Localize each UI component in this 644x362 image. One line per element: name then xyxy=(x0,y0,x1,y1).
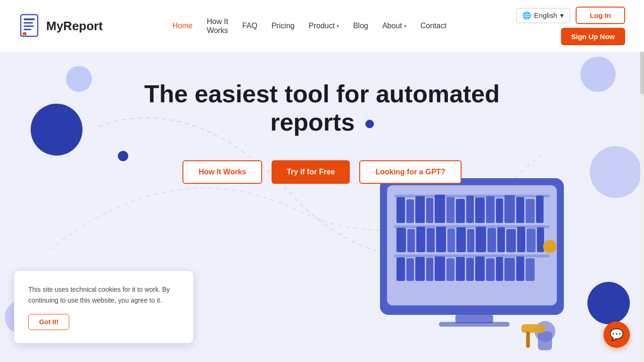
nav-about[interactable]: About ▾ xyxy=(377,18,412,34)
svg-rect-13 xyxy=(426,198,433,223)
cookie-banner: This site uses technical cookies for it … xyxy=(14,271,193,343)
nav-home[interactable]: Home xyxy=(167,18,198,34)
svg-rect-43 xyxy=(406,258,414,281)
svg-rect-31 xyxy=(447,229,455,252)
cookie-text: This site uses technical cookies for it … xyxy=(28,284,179,305)
nav-product[interactable]: Product ▾ xyxy=(303,18,345,34)
try-free-button[interactable]: Try if for Free xyxy=(272,160,350,184)
hero-title-dot xyxy=(365,120,374,128)
signup-button[interactable]: Sign Up Now xyxy=(561,28,626,45)
decor-circle-blue-large xyxy=(31,104,83,156)
svg-rect-51 xyxy=(486,258,495,281)
svg-rect-54 xyxy=(516,256,524,281)
language-flag: 🌐 xyxy=(522,11,531,20)
language-selector[interactable]: 🌐 English ▾ xyxy=(516,8,570,23)
svg-rect-15 xyxy=(446,197,454,223)
svg-rect-47 xyxy=(446,258,454,281)
svg-rect-18 xyxy=(475,197,485,223)
logo-link[interactable]: a MyReport xyxy=(19,14,103,38)
svg-rect-22 xyxy=(516,197,524,223)
svg-rect-4 xyxy=(24,29,31,30)
decor-circle-light-right-1 xyxy=(580,57,616,92)
svg-rect-46 xyxy=(435,256,445,281)
svg-rect-30 xyxy=(436,227,446,252)
svg-rect-60 xyxy=(538,331,552,350)
svg-rect-38 xyxy=(517,227,525,252)
nav-how-it-works[interactable]: How It Works xyxy=(201,13,234,39)
svg-rect-11 xyxy=(406,199,414,223)
hero-title: The easiest tool for automated reports xyxy=(110,80,534,137)
svg-rect-37 xyxy=(506,229,516,252)
svg-rect-53 xyxy=(504,258,515,281)
brand-name: MyReport xyxy=(46,19,103,33)
svg-rect-2 xyxy=(24,22,33,24)
nav-faq[interactable]: FAQ xyxy=(237,18,263,34)
svg-rect-50 xyxy=(475,256,485,281)
svg-rect-1 xyxy=(24,18,35,20)
gpt-button[interactable]: Looking for a GPT? xyxy=(359,160,461,184)
svg-rect-23 xyxy=(526,199,535,223)
svg-rect-48 xyxy=(456,257,465,281)
svg-rect-44 xyxy=(415,257,425,281)
language-chevron-icon: ▾ xyxy=(560,11,564,20)
hero-buttons: How It Works Try if for Free Looking for… xyxy=(182,160,462,184)
svg-rect-40 xyxy=(537,227,544,252)
nav-links: Home How It Works FAQ Pricing Product ▾ … xyxy=(167,13,452,39)
navbar: a MyReport Home How It Works FAQ Pricing… xyxy=(0,0,644,52)
svg-rect-21 xyxy=(504,195,515,223)
svg-rect-52 xyxy=(496,257,503,281)
svg-rect-34 xyxy=(476,227,486,252)
chat-icon: 💬 xyxy=(610,328,624,341)
how-it-works-button[interactable]: How It Works xyxy=(182,160,262,184)
svg-rect-19 xyxy=(486,196,495,223)
svg-rect-26 xyxy=(396,228,406,252)
decor-circle-light-blue-1 xyxy=(66,66,92,92)
hero-illustration xyxy=(342,164,606,362)
svg-rect-24 xyxy=(536,196,544,223)
svg-rect-62 xyxy=(526,331,530,348)
svg-rect-57 xyxy=(439,322,510,327)
logo-icon: a xyxy=(19,14,41,38)
svg-rect-17 xyxy=(466,196,474,223)
svg-rect-36 xyxy=(497,227,505,252)
svg-rect-28 xyxy=(416,227,425,252)
svg-rect-45 xyxy=(426,258,433,281)
svg-rect-3 xyxy=(24,25,34,27)
nav-pricing[interactable]: Pricing xyxy=(266,18,300,34)
about-chevron-icon: ▾ xyxy=(404,24,406,29)
svg-rect-33 xyxy=(467,229,474,252)
nav-blog[interactable]: Blog xyxy=(347,18,374,34)
svg-rect-12 xyxy=(415,196,425,223)
language-label: English xyxy=(534,11,557,19)
login-button[interactable]: Log In xyxy=(576,7,625,24)
svg-rect-20 xyxy=(496,198,503,223)
svg-rect-49 xyxy=(466,258,474,281)
svg-rect-29 xyxy=(427,228,435,252)
got-it-button[interactable]: Got It! xyxy=(28,314,69,330)
svg-rect-27 xyxy=(407,229,415,252)
svg-rect-61 xyxy=(521,324,545,333)
svg-rect-10 xyxy=(396,197,405,223)
svg-rect-35 xyxy=(487,228,496,252)
svg-rect-14 xyxy=(435,195,445,223)
svg-point-58 xyxy=(543,240,556,253)
decor-circle-blue-small xyxy=(118,151,128,161)
svg-rect-32 xyxy=(456,227,466,252)
navbar-actions: 🌐 English ▾ Log In Sign Up Now xyxy=(516,7,625,45)
scrollbar[interactable] xyxy=(640,0,644,362)
product-chevron-icon: ▾ xyxy=(337,24,339,29)
svg-rect-39 xyxy=(527,229,536,252)
svg-rect-55 xyxy=(526,258,535,281)
svg-rect-16 xyxy=(456,199,465,223)
nav-contact[interactable]: Contact xyxy=(415,18,452,34)
chat-bubble-button[interactable]: 💬 xyxy=(603,321,630,348)
svg-rect-42 xyxy=(396,257,405,281)
monitor-illustration xyxy=(342,164,606,362)
